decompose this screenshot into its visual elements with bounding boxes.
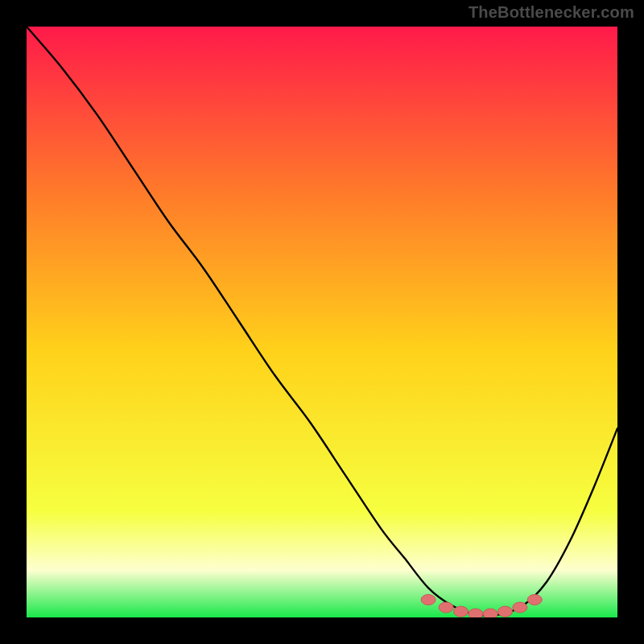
optimal-marker — [513, 602, 527, 613]
optimal-marker — [421, 594, 436, 605]
optimal-marker — [469, 609, 483, 619]
optimal-marker — [498, 606, 513, 617]
optimal-marker — [453, 606, 468, 617]
bottleneck-chart — [0, 0, 644, 644]
optimal-marker — [439, 602, 453, 613]
chart-frame: TheBottlenecker.com — [0, 0, 644, 644]
optimal-marker — [483, 609, 497, 619]
optimal-marker — [527, 594, 542, 605]
plot-background — [27, 27, 617, 617]
